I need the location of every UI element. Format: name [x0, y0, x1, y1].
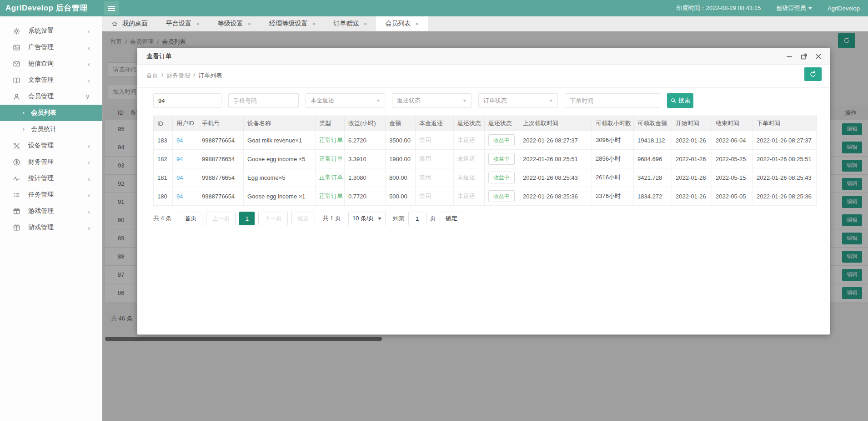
chevron-icon: ‹	[88, 208, 90, 215]
pulse-icon	[13, 175, 20, 183]
earning-status-button[interactable]: 收益中	[488, 172, 515, 183]
sidebar-item-members[interactable]: 会员管理∨	[0, 88, 102, 105]
tasks-icon	[13, 191, 20, 199]
earning-status-button[interactable]: 收益中	[488, 190, 515, 202]
close-icon	[815, 53, 822, 60]
return-status-select[interactable]: 返还状态	[392, 93, 472, 108]
divider	[137, 87, 830, 88]
top-bar: AgriDevelop 后台管理 印度时间：2022-08-29 08:43:1…	[0, 0, 868, 16]
order-table: ID用户ID手机号设备名称类型收益(小时)金额本金返还返还状态返还状态上次领取时…	[153, 116, 817, 206]
current-page-button[interactable]: 1	[239, 212, 255, 225]
sidebar-item-finance[interactable]: 财务管理‹	[0, 154, 102, 170]
maximize-button[interactable]	[800, 52, 808, 61]
first-page-button[interactable]: 首页	[179, 212, 202, 225]
phone-input[interactable]	[228, 93, 299, 108]
close-icon[interactable]: ×	[248, 20, 251, 27]
goto-suffix-label: 页	[430, 214, 436, 223]
chevron-icon: ‹	[88, 60, 90, 68]
user-id-input[interactable]	[153, 93, 221, 108]
last-page-button[interactable]: 尾页	[291, 212, 315, 225]
pagination: 共 4 条 首页 上一页 1 下一页 尾页 共 1 页 10 条/页 到第 页 …	[153, 212, 463, 225]
arrow-right-icon: ›	[23, 126, 25, 132]
tab-bar: 我的桌面 平台设置× 等级设置× 经理等级设置× 订单赠送× 会员列表×	[102, 16, 868, 31]
close-icon[interactable]: ×	[312, 20, 316, 27]
order-filters: 本金返还 返还状态 订单状态 搜索	[153, 93, 693, 108]
close-icon[interactable]: ×	[415, 20, 419, 27]
tab-platform-settings[interactable]: 平台设置×	[157, 16, 209, 31]
close-icon[interactable]: ×	[364, 20, 367, 27]
home-icon	[111, 20, 118, 27]
per-page-select[interactable]: 10 条/页	[348, 212, 386, 225]
chevron-down-icon	[549, 100, 553, 102]
user-id-link[interactable]: 94	[173, 168, 198, 187]
sidebar: 系统设置‹ 广告管理‹ 短信查询‹ 文章管理‹ 会员管理∨ › 会员列表 › 会…	[0, 16, 102, 421]
search-icon	[670, 97, 677, 104]
user-id-link[interactable]: 94	[173, 131, 198, 150]
sidebar-item-tasks[interactable]: 任务管理‹	[0, 187, 102, 203]
sidebar-item-statistics[interactable]: 统计管理‹	[0, 170, 102, 187]
earning-status-button[interactable]: 收益中	[488, 134, 515, 146]
principal-return-select[interactable]: 本金返还	[306, 93, 385, 108]
mail-icon	[13, 60, 20, 68]
goto-page-input[interactable]	[408, 212, 426, 225]
sidebar-subitem-member-stats[interactable]: › 会员统计	[0, 121, 102, 137]
table-row: 180949988776654Goose egg income ×1正常订单0.…	[154, 187, 817, 206]
close-icon[interactable]: ×	[196, 20, 200, 27]
tab-member-list[interactable]: 会员列表×	[376, 16, 428, 31]
tab-my-desktop[interactable]: 我的桌面	[102, 16, 157, 31]
user-icon	[13, 93, 20, 101]
gear-icon	[13, 27, 20, 35]
chevron-icon: ‹	[88, 76, 90, 84]
search-button[interactable]: 搜索	[667, 93, 693, 108]
modal-breadcrumb: 首页 / 财务管理 / 订单列表	[146, 71, 222, 80]
chevron-down-icon	[378, 218, 381, 220]
tab-level-settings[interactable]: 等级设置×	[209, 16, 261, 31]
minimize-icon	[786, 53, 793, 60]
book-icon	[13, 76, 20, 84]
order-time-input[interactable]	[565, 93, 660, 108]
goto-label: 到第	[393, 214, 405, 223]
table-row: 181949988776654Egg income×5正常订单1.3080800…	[154, 168, 817, 187]
hamburger-icon	[108, 6, 115, 11]
server-time-label: 印度时间：2022-08-29 08:43:15	[676, 4, 761, 12]
user-role-menu[interactable]: 超级管理员	[776, 4, 812, 12]
minimize-button[interactable]	[785, 52, 793, 61]
chevron-down-icon: ∨	[85, 92, 90, 101]
user-id-link[interactable]: 94	[173, 150, 198, 168]
order-status-select[interactable]: 订单状态	[478, 93, 558, 108]
chevron-icon: ‹	[88, 44, 90, 51]
next-page-button[interactable]: 下一页	[258, 212, 288, 225]
modal-titlebar[interactable]: 查看订单	[137, 48, 830, 65]
prev-page-button[interactable]: 上一页	[206, 212, 236, 225]
tab-order-gift[interactable]: 订单赠送×	[325, 16, 376, 31]
arrow-right-icon: ›	[23, 110, 25, 116]
sidebar-item-sms[interactable]: 短信查询‹	[0, 56, 102, 72]
confirm-button[interactable]: 确定	[440, 212, 463, 225]
tab-manager-level-settings[interactable]: 经理等级设置×	[260, 16, 325, 31]
modal-refresh-button[interactable]	[804, 67, 822, 81]
chevron-icon: ‹	[88, 142, 90, 150]
chevron-down-icon	[808, 7, 812, 10]
pagination-total: 共 4 条	[153, 214, 171, 223]
maximize-icon	[800, 53, 808, 60]
chevron-icon: ‹	[88, 27, 90, 35]
sidebar-item-devices[interactable]: 设备管理‹	[0, 137, 102, 154]
table-row: 183949988776654Goat milk revenue×1正常订单6.…	[154, 131, 817, 150]
sidebar-item-articles[interactable]: 文章管理‹	[0, 72, 102, 88]
sidebar-item-games-1[interactable]: 游戏管理‹	[0, 203, 102, 219]
chevron-down-icon	[463, 100, 467, 102]
table-header-row: ID用户ID手机号设备名称类型收益(小时)金额本金返还返还状态返还状态上次领取时…	[154, 116, 817, 131]
sidebar-item-system-settings[interactable]: 系统设置‹	[0, 23, 102, 39]
sidebar-item-games-2[interactable]: 游戏管理‹	[0, 219, 102, 236]
sidebar-item-ads[interactable]: 广告管理‹	[0, 39, 102, 56]
dollar-icon	[13, 158, 20, 166]
user-id-link[interactable]: 94	[173, 187, 198, 206]
topbar-brand-link[interactable]: AgriDevelop	[828, 5, 860, 12]
sidebar-toggle-button[interactable]	[104, 1, 119, 15]
earning-status-button[interactable]: 收益中	[488, 153, 515, 165]
close-button[interactable]	[814, 52, 823, 61]
refresh-icon	[809, 71, 817, 78]
modal-title: 查看订单	[146, 48, 172, 65]
chevron-icon: ‹	[88, 175, 90, 183]
sidebar-subitem-member-list[interactable]: › 会员列表	[0, 105, 102, 121]
